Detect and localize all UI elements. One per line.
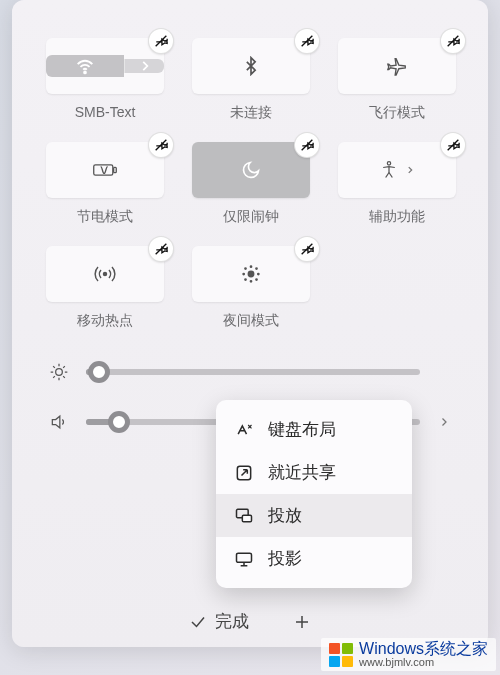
unpin-icon[interactable] <box>440 28 466 54</box>
tile-bluetooth-label: 未连接 <box>230 104 272 124</box>
cast-icon <box>234 506 254 526</box>
brightness-thumb[interactable] <box>88 361 110 383</box>
wifi-icon <box>46 55 124 77</box>
svg-point-11 <box>104 273 107 276</box>
svg-rect-19 <box>242 515 251 522</box>
svg-rect-20 <box>237 553 252 562</box>
add-button[interactable] <box>293 613 311 631</box>
hotspot-icon <box>93 264 117 284</box>
tile-alarm-label: 仅限闹钟 <box>223 208 279 228</box>
brightness-slider-row <box>46 362 454 382</box>
tile-hotspot[interactable] <box>46 246 164 302</box>
svg-point-14 <box>56 369 63 376</box>
volume-expand-button[interactable] <box>434 416 454 428</box>
unpin-icon[interactable] <box>148 236 174 262</box>
menu-item-keyboard-layout[interactable]: 键盘布局 <box>216 408 412 451</box>
wifi-expand-button[interactable] <box>124 59 164 73</box>
tile-accessibility-wrap: 辅助功能 <box>338 142 456 228</box>
windows-logo-icon <box>329 643 353 667</box>
menu-item-nearby-share[interactable]: 就近共享 <box>216 451 412 494</box>
chevron-right-icon <box>405 165 415 175</box>
tile-battery-label: 节电模式 <box>77 208 133 228</box>
accessibility-icon <box>379 160 399 180</box>
done-label: 完成 <box>215 610 249 633</box>
tile-bluetooth[interactable] <box>192 38 310 94</box>
svg-point-1 <box>84 72 86 74</box>
tile-battery-saver[interactable] <box>46 142 164 198</box>
tile-accessibility-label: 辅助功能 <box>369 208 425 228</box>
unpin-icon[interactable] <box>440 132 466 158</box>
tile-airplane-wrap: 飞行模式 <box>338 38 456 124</box>
volume-thumb[interactable] <box>108 411 130 433</box>
svg-point-9 <box>387 162 390 165</box>
battery-saver-icon <box>92 161 118 179</box>
tile-bluetooth-wrap: 未连接 <box>192 38 310 124</box>
unpin-icon[interactable] <box>294 132 320 158</box>
tile-night-label: 夜间模式 <box>223 312 279 332</box>
unpin-icon[interactable] <box>148 132 174 158</box>
add-menu-popup: 键盘布局 就近共享 投放 投影 <box>216 400 412 588</box>
brightness-icon <box>46 362 72 382</box>
tile-empty <box>338 246 456 332</box>
watermark-text: Windows系统之家 <box>359 641 488 657</box>
tile-alarm-wrap: 仅限闹钟 <box>192 142 310 228</box>
svg-point-13 <box>248 271 254 277</box>
tile-accessibility[interactable] <box>338 142 456 198</box>
unpin-icon[interactable] <box>148 28 174 54</box>
done-button[interactable]: 完成 <box>189 610 249 633</box>
nearby-share-icon <box>234 463 254 483</box>
night-light-icon <box>240 263 262 285</box>
tile-airplane-label: 飞行模式 <box>369 104 425 124</box>
watermark: Windows系统之家 www.bjmlv.com <box>321 638 496 671</box>
svg-rect-6 <box>114 167 117 172</box>
tiles-grid: SMB-Text 未连接 <box>46 38 454 332</box>
tile-night-wrap: 夜间模式 <box>192 246 310 332</box>
watermark-url: www.bjmlv.com <box>359 657 488 668</box>
menu-item-label: 就近共享 <box>268 461 336 484</box>
bottom-bar: 完成 <box>12 610 488 633</box>
bluetooth-icon <box>241 56 261 76</box>
menu-item-cast[interactable]: 投放 <box>216 494 412 537</box>
tile-wifi[interactable] <box>46 38 164 94</box>
tile-alarm-only[interactable] <box>192 142 310 198</box>
moon-icon <box>241 160 261 180</box>
project-icon <box>234 549 254 569</box>
tile-wifi-label: SMB-Text <box>75 104 136 124</box>
tile-night-light[interactable] <box>192 246 310 302</box>
tile-wifi-wrap: SMB-Text <box>46 38 164 124</box>
menu-item-label: 键盘布局 <box>268 418 336 441</box>
brightness-slider[interactable] <box>86 369 420 375</box>
unpin-icon[interactable] <box>294 28 320 54</box>
volume-icon <box>46 412 72 432</box>
airplane-icon <box>386 55 408 77</box>
keyboard-layout-icon <box>234 420 254 440</box>
unpin-icon[interactable] <box>294 236 320 262</box>
menu-item-label: 投放 <box>268 504 302 527</box>
tile-battery-wrap: 节电模式 <box>46 142 164 228</box>
tile-airplane[interactable] <box>338 38 456 94</box>
tile-hotspot-label: 移动热点 <box>77 312 133 332</box>
menu-item-label: 投影 <box>268 547 302 570</box>
menu-item-project[interactable]: 投影 <box>216 537 412 580</box>
tile-hotspot-wrap: 移动热点 <box>46 246 164 332</box>
